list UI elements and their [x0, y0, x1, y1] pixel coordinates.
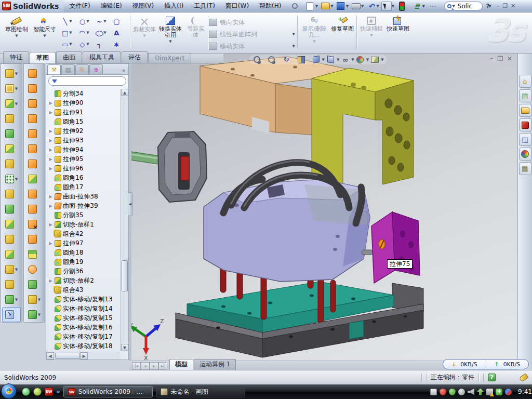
planar-surface-icon[interactable]: ▼: [24, 156, 45, 171]
open-icon[interactable]: [320, 2, 330, 11]
spline-tool[interactable]: ~ ▼: [92, 16, 110, 27]
volume-tray-icon[interactable]: [468, 389, 474, 395]
manager-overflow-button[interactable]: »: [120, 68, 127, 74]
select-icon[interactable]: [381, 2, 392, 11]
rib-icon[interactable]: ▼: [1, 187, 22, 202]
save-icon[interactable]: [336, 2, 346, 11]
expand-arrow-icon[interactable]: ▶: [48, 157, 53, 162]
menu-item[interactable]: 插入(I): [159, 0, 189, 12]
antivirus-alert-tray-icon[interactable]: [440, 389, 446, 395]
scroll-left-icon[interactable]: ◀: [46, 352, 54, 360]
section-view-icon[interactable]: [297, 55, 305, 64]
smart-dimension-button[interactable]: 智能尺寸 ▼: [31, 16, 58, 39]
arc-tool[interactable]: ◠ ▼: [75, 27, 92, 38]
tooling-split-icon[interactable]: ▼: [24, 277, 45, 292]
tree-item[interactable]: ▶ 实体-移动/复制16: [47, 323, 120, 332]
expand-arrow-icon[interactable]: ▶: [48, 101, 53, 105]
mirror-icon[interactable]: ▼: [1, 202, 22, 217]
hide-show-items-icon[interactable]: [341, 55, 350, 64]
scroll-thumb[interactable]: [55, 353, 80, 359]
dropdown-caret-icon[interactable]: ▼: [315, 4, 318, 8]
tab-nav-button[interactable]: ◂: [141, 362, 150, 370]
menu-item[interactable]: 编辑(E): [96, 0, 127, 12]
deform-icon[interactable]: ▼: [1, 277, 22, 292]
scroll-up-icon[interactable]: ▲: [121, 89, 128, 96]
messenger-quicklaunch-icon[interactable]: [22, 388, 30, 396]
menu-item[interactable]: 帮助(H): [254, 0, 286, 12]
help-caret-icon[interactable]: ▼: [488, 4, 491, 8]
scroll-thumb[interactable]: [122, 260, 128, 291]
expand-arrow-icon[interactable]: ▶: [48, 110, 53, 115]
menu-item[interactable]: 工具(T): [189, 0, 220, 12]
dropdown-caret-icon[interactable]: ▼: [376, 4, 379, 8]
tree-item[interactable]: ▶ 切除-放样1: [47, 220, 120, 229]
tree-item[interactable]: ▶ 曲面-拉伸39: [47, 201, 120, 210]
swept-boss-icon[interactable]: ▼: [1, 111, 22, 126]
expand-arrow-icon[interactable]: ▶: [48, 278, 53, 283]
sketch-caret-icon[interactable]: ▼: [3, 33, 30, 39]
revolved-surface-icon[interactable]: ▼: [24, 81, 45, 96]
lofted-surface-icon[interactable]: ▼: [24, 111, 45, 126]
expand-arrow-icon[interactable]: ▶: [48, 194, 53, 199]
configurationmanager-tab[interactable]: ⎘: [75, 64, 89, 74]
surface-spline-icon[interactable]: ▼: [24, 307, 45, 322]
tree-item[interactable]: ▶ 拉伸97: [47, 238, 120, 248]
command-tab[interactable]: 特征: [3, 51, 29, 63]
parting-line-icon[interactable]: ▼: [24, 247, 45, 262]
expand-arrow-icon[interactable]: ▶: [48, 166, 53, 171]
command-tab[interactable]: 草图: [30, 52, 56, 63]
command-tab[interactable]: DimXpert: [148, 53, 191, 63]
security-plus-tray-icon[interactable]: [496, 389, 502, 395]
split-icon[interactable]: ▼: [1, 217, 22, 232]
extruded-cut-icon[interactable]: ▼: [1, 81, 22, 96]
menu-item[interactable]: 视图(V): [127, 0, 159, 12]
repair-sketch-button[interactable]: 修复草图: [330, 17, 354, 32]
tree-item[interactable]: ▶ 实体-移动/复制14: [47, 304, 120, 313]
point-tool[interactable]: ∗ ▼: [110, 38, 127, 50]
tag-icon[interactable]: [519, 373, 529, 382]
expand-arrow-icon[interactable]: ▶: [48, 148, 53, 152]
tree-item[interactable]: ▶ 拉伸95: [47, 154, 120, 164]
badge-tray-icon[interactable]: [458, 389, 465, 395]
tree-item[interactable]: ▶ 拉伸90: [47, 98, 120, 108]
doc-restore-button[interactable]: ❐: [497, 55, 503, 62]
tree-item[interactable]: ▶ 组合42: [47, 229, 120, 238]
tree-item[interactable]: ▶ 组合43: [47, 285, 120, 295]
solidworks-quicklaunch-icon[interactable]: SW: [45, 388, 53, 396]
display-style-icon[interactable]: [326, 55, 335, 64]
appearances-scenes-icon[interactable]: [519, 148, 531, 161]
rectangle-tool[interactable]: □ ▼: [58, 27, 75, 38]
view-palette-icon[interactable]: ◫: [519, 133, 531, 146]
combine-icon[interactable]: ▼: [1, 232, 22, 247]
tree-item[interactable]: ▶ 圆角17: [47, 182, 120, 192]
sketch-button[interactable]: 草图绘制 ▼: [3, 16, 30, 39]
linear-pattern-icon[interactable]: ▼: [1, 171, 22, 187]
flex-icon[interactable]: ▼: [24, 66, 45, 81]
tree-item[interactable]: ▶ 圆角16: [47, 173, 120, 182]
zoom-fit-icon[interactable]: [252, 55, 261, 64]
tab-nav-button[interactable]: ▸: [150, 362, 158, 370]
command-tab[interactable]: 评估: [122, 51, 148, 63]
extruded-boss-icon[interactable]: ▼: [1, 66, 22, 81]
apply-scene-icon[interactable]: [370, 55, 379, 64]
panel-collapse-button[interactable]: ◀: [128, 192, 132, 216]
delete-face-icon[interactable]: ▼: [24, 217, 45, 232]
expand-arrow-icon[interactable]: ▶: [48, 241, 53, 246]
propertymanager-tab[interactable]: ▤: [61, 64, 75, 74]
doc-close-button[interactable]: ✕: [507, 55, 512, 62]
model-tab[interactable]: 模型: [169, 359, 193, 370]
tree-filter-input[interactable]: [48, 76, 126, 86]
tree-item[interactable]: ▶ 分割34: [47, 89, 120, 98]
tree-item[interactable]: ▶ 切除-放样2: [47, 276, 120, 285]
dropdown-caret-icon[interactable]: ▼: [361, 4, 364, 8]
tree-item[interactable]: ▶ 拉伸92: [47, 126, 120, 136]
expand-arrow-icon[interactable]: ▶: [48, 129, 53, 134]
tree-item[interactable]: ▶ 曲面-拉伸38: [47, 192, 120, 201]
delete-hole-icon[interactable]: ▼: [24, 292, 45, 307]
polygon-tool[interactable]: ◇ ▼: [75, 38, 92, 50]
circle-tool[interactable]: ○ ▼: [75, 16, 92, 27]
freeform-icon[interactable]: ▼: [24, 171, 45, 187]
expand-arrow-icon[interactable]: ▶: [48, 138, 53, 143]
tree-item[interactable]: ▶ 圆角19: [47, 257, 120, 267]
tree-item[interactable]: ▶ 圆角15: [47, 117, 120, 126]
